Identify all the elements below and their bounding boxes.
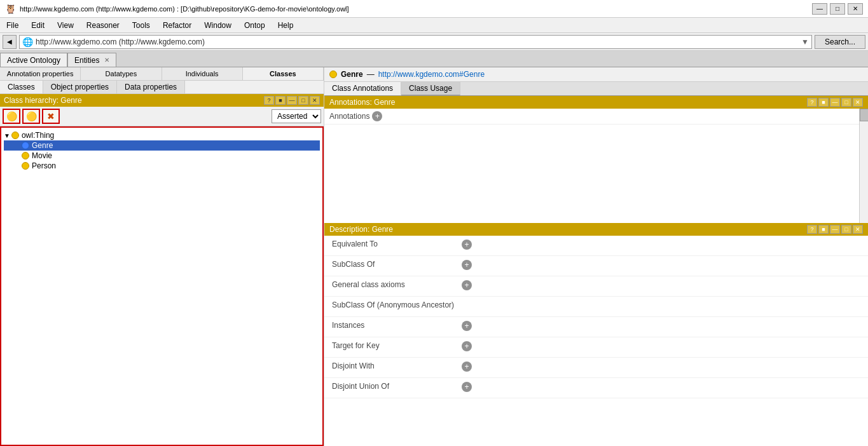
annotations-header-row: Annotations + (324, 109, 868, 125)
annot-min-btn[interactable]: — (830, 98, 840, 107)
desc-row-disjoint-union-of: Disjoint Union Of + (324, 378, 868, 398)
tabs-row: Active Ontology Entities ✕ (0, 51, 868, 67)
annotations-area: Annotations + (324, 109, 868, 223)
tab-active-ontology[interactable]: Active Ontology (0, 53, 67, 67)
hierarchy-header: Class hierarchy: Genre ? ■ — □ ✕ (0, 94, 324, 107)
tree-item-genre[interactable]: Genre (4, 140, 320, 151)
annotations-section-header: Annotations: Genre ? ■ — □ ✕ (324, 96, 868, 109)
add-disjoint-union-of-button[interactable]: + (462, 382, 472, 392)
add-target-for-key-button[interactable]: + (462, 341, 472, 351)
add-instances-button[interactable]: + (462, 321, 472, 331)
nav-back-button[interactable]: ◀ (3, 35, 17, 49)
menu-window[interactable]: Window (198, 20, 238, 31)
asserted-select[interactable]: Asserted Inferred (272, 109, 321, 123)
menu-edit[interactable]: Edit (25, 20, 51, 31)
add-disjoint-with-button[interactable]: + (462, 362, 472, 372)
menu-bar: File Edit View Reasoner Tools Refactor W… (0, 18, 868, 33)
desc-min-btn[interactable]: — (830, 225, 840, 234)
add-sibling-button[interactable]: 🟡 (22, 109, 40, 124)
address-input[interactable]: 🌐 http://www.kgdemo.com (http://www.kgde… (19, 35, 812, 49)
main-layout: Annotation properties Datatypes Individu… (0, 67, 868, 446)
desc-close-btn[interactable]: ✕ (853, 225, 863, 234)
entity-dot-genre (329, 71, 337, 78)
hierarchy-min-btn[interactable]: — (287, 96, 297, 105)
entity-name-label: Genre (341, 70, 363, 79)
delete-class-button[interactable]: ✖ (42, 109, 60, 124)
desc-max-btn[interactable]: □ (841, 225, 851, 234)
tab-class-annotations[interactable]: Class Annotations (324, 82, 401, 95)
search-button[interactable]: Search... (815, 35, 865, 49)
add-general-class-axioms-button[interactable]: + (462, 280, 472, 290)
menu-help[interactable]: Help (272, 20, 300, 31)
annot-pin-btn[interactable]: ■ (818, 98, 829, 107)
desc-row-disjoint-with: Disjoint With + (324, 358, 868, 378)
menu-file[interactable]: File (0, 20, 25, 31)
add-annotation-button[interactable]: + (372, 111, 382, 121)
tree-label-movie: Movie (32, 151, 52, 160)
tree-item-movie[interactable]: Movie (4, 151, 320, 161)
minimize-button[interactable]: — (812, 3, 827, 15)
tree-label-owlthing: owl:Thing (22, 131, 54, 140)
menu-view[interactable]: View (51, 20, 80, 31)
address-text: http://www.kgdemo.com (http://www.kgdemo… (36, 37, 799, 46)
description-section-controls: ? ■ — □ ✕ (807, 225, 863, 234)
entity-title-bar: Genre — http://www.kgdemo.com#Genre (324, 67, 868, 82)
desc-pin-btn[interactable]: ■ (818, 225, 829, 234)
desc-row-subclass-anonymous: SubClass Of (Anonymous Ancestor) (324, 297, 868, 317)
right-panel-tabs: Class Annotations Class Usage (324, 82, 868, 96)
annotations-section-title: Annotations: Genre (329, 98, 395, 107)
desc-help-btn[interactable]: ? (807, 225, 817, 234)
annot-close-btn[interactable]: ✕ (853, 98, 863, 107)
sub-tab-object-properties[interactable]: Object properties (43, 81, 117, 93)
desc-row-subclass-of: SubClass Of + (324, 256, 868, 276)
hierarchy-max-btn[interactable]: □ (298, 96, 308, 105)
address-dropdown-icon[interactable]: ▼ (801, 37, 809, 46)
globe-icon: 🌐 (22, 37, 33, 47)
add-sibling-icon: 🟡 (26, 111, 37, 121)
add-subclass-of-button[interactable]: + (462, 260, 472, 270)
entity-dash: — (367, 70, 375, 79)
hierarchy-pin-btn[interactable]: ■ (275, 96, 286, 105)
entity-tab-individuals[interactable]: Individuals (162, 67, 243, 80)
sub-tab-data-properties[interactable]: Data properties (117, 81, 185, 93)
hierarchy-close-btn[interactable]: ✕ (310, 96, 320, 105)
class-hierarchy-tree[interactable]: ▼ owl:Thing Genre Movie Person (0, 126, 324, 446)
tree-dot-movie (22, 152, 29, 159)
desc-label-disjoint-with: Disjoint With (332, 362, 459, 370)
annotations-section-controls: ? ■ — □ ✕ (807, 98, 863, 107)
delete-class-icon: ✖ (47, 111, 55, 121)
window-title: http://www.kgdemo.com (http://www.kgdemo… (20, 5, 349, 13)
annot-max-btn[interactable]: □ (841, 98, 851, 107)
menu-refactor[interactable]: Refactor (156, 20, 198, 31)
tree-label-genre: Genre (32, 141, 53, 150)
window-controls: — □ ✕ (812, 3, 863, 15)
tree-item-owlthing[interactable]: ▼ owl:Thing (4, 130, 320, 140)
entity-tab-classes[interactable]: Classes (243, 67, 324, 80)
tab-entities[interactable]: Entities ✕ (67, 53, 116, 67)
annotations-scrollbar-thumb[interactable] (860, 109, 868, 121)
close-button[interactable]: ✕ (848, 3, 863, 15)
annotations-scrollbar[interactable] (859, 109, 868, 223)
tree-dot-owlthing (11, 132, 19, 139)
add-equivalent-to-button[interactable]: + (462, 240, 472, 250)
entity-tab-datatypes[interactable]: Datatypes (81, 67, 162, 80)
tab-close-entities[interactable]: ✕ (104, 57, 109, 64)
tree-item-person[interactable]: Person (4, 161, 320, 171)
sub-tab-classes[interactable]: Classes (0, 81, 43, 93)
sub-tabs: Classes Object properties Data propertie… (0, 81, 324, 94)
menu-tools[interactable]: Tools (126, 20, 156, 31)
hierarchy-controls: ? ■ — □ ✕ (264, 96, 320, 105)
tab-class-usage[interactable]: Class Usage (401, 82, 460, 95)
menu-ontop[interactable]: Ontop (238, 20, 272, 31)
add-subclass-button[interactable]: 🟡 (3, 109, 20, 124)
entity-uri-label: http://www.kgdemo.com#Genre (378, 70, 485, 79)
right-panel: Genre — http://www.kgdemo.com#Genre Clas… (324, 67, 868, 446)
tree-dot-genre (22, 142, 29, 149)
entity-tab-annotation-properties[interactable]: Annotation properties (0, 67, 81, 80)
menu-reasoner[interactable]: Reasoner (80, 20, 126, 31)
tab-label-entities: Entities (74, 56, 99, 65)
maximize-button[interactable]: □ (830, 3, 845, 15)
hierarchy-help-btn[interactable]: ? (264, 96, 274, 105)
annot-help-btn[interactable]: ? (807, 98, 817, 107)
annotations-label: Annotations (329, 112, 369, 121)
